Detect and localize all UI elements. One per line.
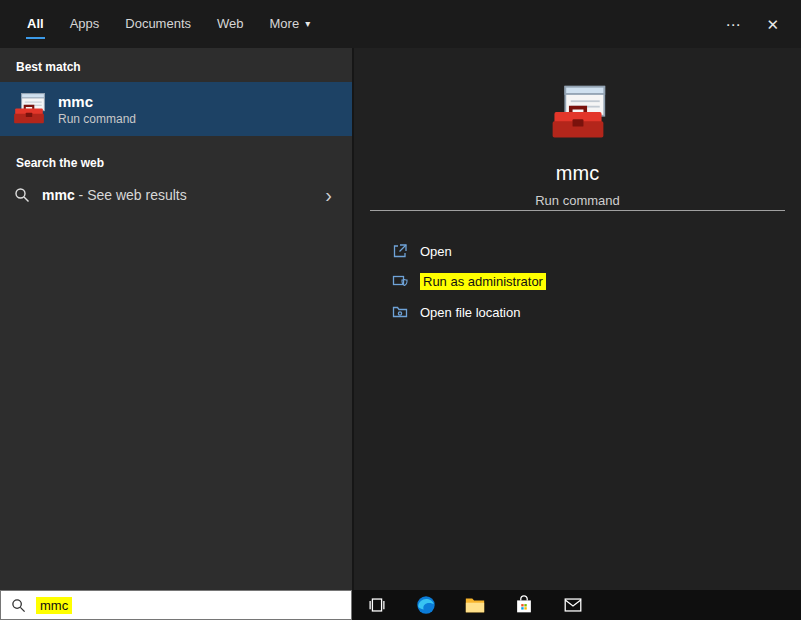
action-run-as-admin-label: Run as administrator bbox=[420, 273, 546, 290]
mmc-toolbox-icon bbox=[12, 92, 46, 126]
open-icon bbox=[392, 243, 408, 259]
file-explorer-icon[interactable] bbox=[464, 594, 486, 616]
tab-apps[interactable]: Apps bbox=[69, 0, 101, 48]
search-filter-bar: All Apps Documents Web More ▾ ⋯ ✕ bbox=[0, 0, 801, 48]
action-list: Open Run as administrator Open file loca… bbox=[354, 228, 801, 335]
best-match-title: mmc bbox=[58, 93, 136, 110]
tab-web[interactable]: Web bbox=[216, 0, 245, 48]
tab-web-label: Web bbox=[217, 16, 244, 31]
taskbar bbox=[352, 590, 801, 620]
action-open[interactable]: Open bbox=[354, 236, 801, 266]
results-panel: Best match mmc Run command Search bbox=[0, 48, 352, 590]
search-input[interactable]: mmc bbox=[0, 590, 352, 620]
tab-documents-label: Documents bbox=[125, 16, 191, 31]
store-icon[interactable] bbox=[513, 594, 535, 616]
task-view-icon[interactable] bbox=[366, 594, 388, 616]
action-open-label: Open bbox=[420, 244, 452, 259]
edge-icon[interactable] bbox=[415, 594, 437, 616]
tab-documents[interactable]: Documents bbox=[124, 0, 192, 48]
search-flyout: All Apps Documents Web More ▾ ⋯ ✕ Best m… bbox=[0, 0, 801, 620]
action-open-file-location[interactable]: Open file location bbox=[354, 297, 801, 327]
best-match-result[interactable]: mmc Run command bbox=[0, 82, 352, 136]
mail-icon[interactable] bbox=[562, 594, 584, 616]
preview-divider bbox=[370, 210, 785, 211]
web-result-suffix: - See web results bbox=[75, 187, 187, 203]
tab-apps-label: Apps bbox=[70, 16, 100, 31]
preview-title: mmc bbox=[556, 162, 599, 185]
search-input-value: mmc bbox=[36, 597, 72, 614]
tab-all[interactable]: All bbox=[26, 0, 45, 48]
chevron-down-icon: ▾ bbox=[305, 18, 310, 29]
best-match-header: Best match bbox=[0, 48, 352, 82]
close-icon[interactable]: ✕ bbox=[766, 17, 779, 32]
search-the-web-header: Search the web bbox=[0, 136, 352, 178]
mmc-toolbox-icon bbox=[549, 84, 607, 142]
web-result-query: mmc bbox=[42, 187, 75, 203]
best-match-subtitle: Run command bbox=[58, 112, 136, 126]
chevron-right-icon: › bbox=[325, 185, 338, 205]
action-run-as-administrator[interactable]: Run as administrator bbox=[354, 266, 801, 297]
preview-subtitle: Run command bbox=[535, 193, 620, 208]
more-options-icon[interactable]: ⋯ bbox=[725, 17, 740, 32]
tab-more-label: More bbox=[270, 16, 300, 31]
preview-panel: mmc Run command Open Run as admini bbox=[352, 48, 801, 590]
web-search-result[interactable]: mmc - See web results › bbox=[0, 178, 352, 212]
run-as-admin-icon bbox=[392, 274, 408, 290]
search-icon bbox=[14, 187, 30, 203]
tab-all-label: All bbox=[27, 16, 44, 31]
tab-more[interactable]: More ▾ bbox=[269, 0, 312, 48]
action-open-file-location-label: Open file location bbox=[420, 305, 520, 320]
open-file-location-icon bbox=[392, 304, 408, 320]
search-icon bbox=[11, 598, 26, 613]
